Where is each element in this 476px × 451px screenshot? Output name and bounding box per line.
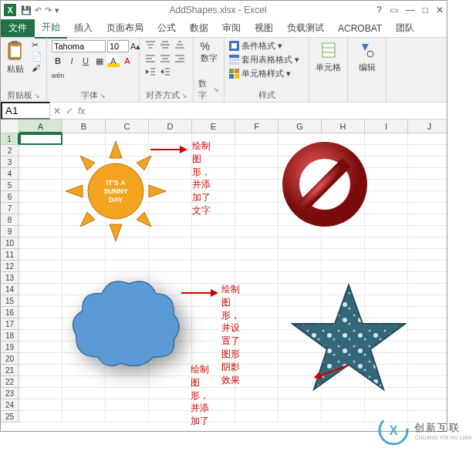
cell[interactable]: [408, 399, 447, 411]
cell[interactable]: [235, 388, 279, 399]
clipboard-launcher-icon[interactable]: ↘: [34, 92, 40, 99]
cell[interactable]: [149, 249, 192, 261]
row-header-17[interactable]: 17: [1, 318, 19, 330]
fx-cancel-icon[interactable]: ✕: [53, 106, 61, 116]
cut-icon[interactable]: ✂: [32, 40, 42, 50]
cell[interactable]: [408, 237, 447, 249]
font-size-select[interactable]: [107, 40, 129, 52]
cell[interactable]: [365, 168, 408, 180]
cell[interactable]: [408, 226, 447, 237]
row-header-13[interactable]: 13: [1, 272, 19, 284]
number-format-button[interactable]: % 数字: [201, 40, 218, 64]
cell[interactable]: [408, 180, 447, 191]
row-header-14[interactable]: 14: [1, 284, 19, 295]
cell[interactable]: [408, 318, 447, 330]
cell[interactable]: [235, 168, 279, 180]
cell[interactable]: [19, 203, 62, 214]
align-launcher-icon[interactable]: ↘: [181, 92, 187, 99]
paste-button[interactable]: 粘贴: [5, 40, 25, 75]
row-header-15[interactable]: 15: [1, 295, 19, 307]
italic-button[interactable]: I: [66, 55, 78, 67]
row-header-8[interactable]: 8: [1, 214, 19, 226]
cell[interactable]: [62, 411, 106, 422]
cell[interactable]: [19, 261, 62, 272]
font-name-select[interactable]: [52, 40, 106, 52]
cell[interactable]: [235, 237, 279, 249]
cell[interactable]: [192, 272, 235, 284]
cell[interactable]: [365, 157, 408, 168]
col-header-G[interactable]: G: [279, 119, 322, 133]
cell[interactable]: [19, 214, 62, 226]
cell[interactable]: [365, 249, 408, 261]
cell[interactable]: [235, 353, 279, 365]
cell[interactable]: [235, 284, 279, 295]
cell[interactable]: [365, 237, 408, 249]
cell[interactable]: [408, 249, 447, 261]
cell[interactable]: [19, 318, 62, 330]
close-icon[interactable]: ✕: [436, 5, 444, 15]
cell[interactable]: [235, 261, 279, 272]
cell[interactable]: [106, 249, 149, 261]
cell[interactable]: [279, 249, 322, 261]
fx-icon[interactable]: fx: [78, 106, 85, 116]
cell[interactable]: [149, 399, 192, 411]
align-left-icon[interactable]: [144, 53, 157, 64]
cell[interactable]: [235, 133, 279, 145]
row-header-3[interactable]: 3: [1, 157, 19, 168]
cell[interactable]: [19, 145, 62, 157]
cell[interactable]: [192, 226, 235, 237]
cell[interactable]: [408, 284, 447, 295]
cell[interactable]: [19, 388, 62, 399]
cell[interactable]: [235, 399, 279, 411]
cell[interactable]: [19, 330, 62, 342]
cells-button[interactable]: 单元格: [316, 40, 341, 73]
col-header-F[interactable]: F: [235, 119, 279, 133]
tab-data[interactable]: 数据: [183, 19, 215, 38]
row-header-6[interactable]: 6: [1, 191, 19, 203]
help-icon[interactable]: ?: [376, 5, 382, 15]
row-header-5[interactable]: 5: [1, 180, 19, 191]
ruby-button[interactable]: wén: [52, 69, 64, 82]
row-header-20[interactable]: 20: [1, 353, 19, 365]
cell[interactable]: [365, 203, 408, 214]
col-header-E[interactable]: E: [192, 119, 235, 133]
row-header-24[interactable]: 24: [1, 399, 19, 411]
format-painter-icon[interactable]: 🖌: [32, 63, 42, 72]
row-header-16[interactable]: 16: [1, 307, 19, 318]
row-header-10[interactable]: 10: [1, 237, 19, 249]
cell[interactable]: [19, 168, 62, 180]
row-header-18[interactable]: 18: [1, 330, 19, 342]
cell[interactable]: [19, 249, 62, 261]
cell[interactable]: [62, 388, 106, 399]
conditional-format-button[interactable]: 条件格式 ▾: [229, 40, 304, 52]
cell[interactable]: [235, 307, 279, 318]
cell[interactable]: [149, 376, 192, 388]
row-header-1[interactable]: 1: [1, 133, 19, 145]
col-header-J[interactable]: J: [408, 119, 447, 133]
cell[interactable]: [235, 214, 279, 226]
bold-button[interactable]: B: [52, 55, 64, 67]
cell[interactable]: [235, 318, 279, 330]
cell[interactable]: [408, 365, 447, 376]
col-header-B[interactable]: B: [62, 119, 106, 133]
cell[interactable]: [19, 353, 62, 365]
font-launcher-icon[interactable]: ↘: [100, 92, 106, 99]
cell[interactable]: [106, 411, 149, 422]
qat-undo-icon[interactable]: ↶: [35, 5, 42, 15]
row-header-25[interactable]: 25: [1, 411, 19, 422]
name-box[interactable]: [1, 102, 50, 119]
cell[interactable]: [235, 180, 279, 191]
row-header-4[interactable]: 4: [1, 168, 19, 180]
cell[interactable]: [106, 261, 149, 272]
cell[interactable]: [365, 226, 408, 237]
col-header-D[interactable]: D: [149, 119, 192, 133]
tab-view[interactable]: 视图: [248, 19, 280, 38]
cell[interactable]: [279, 411, 322, 422]
cell[interactable]: [408, 191, 447, 203]
cell[interactable]: [279, 261, 322, 272]
cell[interactable]: [365, 261, 408, 272]
qat-save-icon[interactable]: 💾: [21, 5, 32, 15]
prohibition-shape[interactable]: [279, 138, 371, 231]
row-header-23[interactable]: 23: [1, 388, 19, 399]
cell-styles-button[interactable]: 单元格样式 ▾: [229, 68, 304, 79]
